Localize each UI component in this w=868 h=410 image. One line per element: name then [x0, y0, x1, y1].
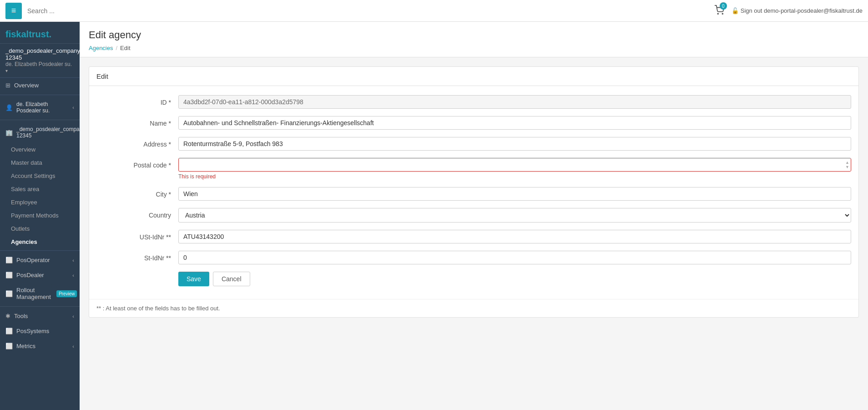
postal-code-spinner-wrap: ▲ ▼ [178, 158, 851, 172]
id-row: ID * [96, 95, 851, 109]
st-idnr-row: St-IdNr ** [96, 251, 851, 264]
postal-code-label: Postal code * [96, 158, 178, 169]
city-row: City * [96, 187, 851, 201]
form-note: ** : At least one of the fields has to b… [89, 299, 858, 317]
account-icon: 👤 [5, 104, 13, 111]
menu-toggle-button[interactable]: ≡ [5, 3, 22, 19]
signout-icon: 🔓 [732, 7, 739, 14]
sidebar-divider-1 [0, 95, 80, 95]
ust-idnr-input[interactable] [178, 230, 851, 243]
sidebar-user[interactable]: _demo_posdealer_company 12345 de. Elizab… [0, 44, 80, 78]
tools-icon: ✱ [5, 313, 10, 319]
pos-dealer-arrow: ‹ [72, 273, 74, 278]
sidebar-account-header[interactable]: 👤 de. Elizabeth Posdealer su. ‹ [0, 97, 80, 118]
svg-point-1 [722, 13, 723, 14]
sidebar-item-account-settings[interactable]: Account Settings [0, 169, 80, 182]
sidebar-item-tools[interactable]: ✱ Tools ‹ [0, 309, 80, 324]
cancel-button[interactable]: Cancel [213, 272, 250, 286]
brand-logo: fiskaltrust. [0, 22, 80, 44]
sidebar-pos-dealer-label: PosDealer [16, 272, 44, 278]
tools-arrow: ‹ [72, 314, 74, 319]
breadcrumb-agencies-link[interactable]: Agencies [89, 45, 113, 51]
form-card: Edit ID * Name * A [89, 66, 859, 318]
account-arrow: ‹ [72, 105, 74, 110]
page-header: Edit agency Agencies / Edit [80, 22, 868, 57]
main-content: Edit agency Agencies / Edit Edit ID * [80, 22, 868, 410]
sidebar-item-master-data[interactable]: Master data [0, 156, 80, 169]
name-input[interactable] [178, 116, 851, 130]
spinner-down[interactable]: ▼ [845, 165, 849, 169]
postal-code-input[interactable] [178, 158, 851, 172]
sidebar-divider-2 [0, 120, 80, 120]
ust-idnr-label: USt-IdNr ** [96, 230, 178, 241]
sidebar-account-label: de. Elizabeth Posdealer su. [16, 101, 69, 114]
form-section-title: Edit [89, 67, 858, 86]
pos-dealer-icon: ⬜ [5, 272, 13, 278]
save-button[interactable]: Save [178, 272, 209, 286]
form-actions: Save Cancel [96, 272, 851, 286]
metrics-arrow: ‹ [72, 344, 74, 349]
ust-idnr-field [178, 230, 851, 243]
postal-code-field: ▲ ▼ This is required [178, 158, 851, 180]
breadcrumb-separator: / [116, 45, 117, 51]
spinner-up[interactable]: ▲ [845, 161, 849, 165]
country-field: Austria Germany Switzerland [178, 208, 851, 223]
form-body: ID * Name * Address * [89, 86, 858, 299]
sidebar-divider-3 [0, 250, 80, 251]
sidebar-pos-systems-label: PosSystems [16, 328, 49, 334]
signout-text: Sign out demo-portal-posdealer@fiskaltru… [741, 7, 863, 14]
breadcrumb: Agencies / Edit [89, 45, 859, 57]
sidebar-tools-label: Tools [14, 313, 28, 319]
sidebar-item-agencies[interactable]: Agencies [0, 235, 80, 248]
navbar-right: 0 🔓 Sign out demo-portal-posdealer@fiska… [714, 5, 863, 16]
city-input[interactable] [178, 187, 851, 201]
overview-icon: ⊞ [5, 82, 10, 89]
country-select[interactable]: Austria Germany Switzerland [178, 208, 851, 223]
cart-button[interactable]: 0 [714, 5, 724, 16]
search-input[interactable] [27, 7, 209, 15]
navbar: ≡ 0 🔓 Sign out demo-portal-posdealer@fis… [0, 0, 868, 22]
city-label: City * [96, 187, 178, 198]
name-label: Name * [96, 116, 178, 127]
id-input [178, 95, 851, 109]
sidebar-item-metrics[interactable]: ⬜ Metrics ‹ [0, 339, 80, 354]
sidebar-company-header[interactable]: 🏢 _demo_posdealer_company 12345 ‹ [0, 122, 80, 143]
user-dropdown-arrow: ▾ [5, 68, 8, 73]
address-row: Address * [96, 137, 851, 151]
sidebar-item-employee[interactable]: Employee [0, 196, 80, 209]
sidebar-item-pos-systems[interactable]: ⬜ PosSystems [0, 324, 80, 339]
sidebar-item-overview[interactable]: ⊞ Overview [0, 78, 80, 93]
pos-operator-icon: ⬜ [5, 257, 13, 263]
preview-badge: Preview [56, 290, 77, 297]
company-icon: 🏢 [5, 129, 13, 136]
id-label: ID * [96, 95, 178, 106]
metrics-icon: ⬜ [5, 343, 13, 349]
sidebar-item-sales-area[interactable]: Sales area [0, 182, 80, 196]
sidebar-item-overview-sub[interactable]: Overview [0, 143, 80, 156]
hamburger-icon: ≡ [11, 6, 16, 15]
svg-point-0 [717, 13, 718, 14]
sidebar-item-pos-dealer[interactable]: ⬜ PosDealer ‹ [0, 268, 80, 283]
spinner-arrows: ▲ ▼ [845, 161, 849, 169]
sidebar-overview-label: Overview [14, 82, 39, 89]
address-field [178, 137, 851, 151]
country-label: Country [96, 208, 178, 219]
sidebar-item-payment-methods[interactable]: Payment Methods [0, 209, 80, 222]
pos-systems-icon: ⬜ [5, 328, 13, 334]
sidebar-metrics-label: Metrics [16, 343, 35, 349]
sidebar-item-rollout-management[interactable]: ⬜ Rollout Management Preview ‹ [0, 283, 80, 304]
ust-idnr-row: USt-IdNr ** [96, 230, 851, 243]
breadcrumb-current: Edit [120, 45, 130, 51]
sidebar-company-label: _demo_posdealer_company 12345 [16, 126, 80, 139]
name-field [178, 116, 851, 130]
signout-button[interactable]: 🔓 Sign out demo-portal-posdealer@fiskalt… [732, 7, 863, 14]
page-title: Edit agency [89, 29, 859, 41]
address-input[interactable] [178, 137, 851, 151]
sidebar-item-outlets[interactable]: Outlets [0, 222, 80, 235]
sidebar-item-pos-operator[interactable]: ⬜ PosOperator ‹ [0, 253, 80, 268]
sidebar-company: _demo_posdealer_company 12345 [5, 47, 74, 61]
sidebar-pos-operator-label: PosOperator [16, 257, 50, 263]
st-idnr-input[interactable] [178, 251, 851, 264]
country-row: Country Austria Germany Switzerland [96, 208, 851, 223]
rollout-icon: ⬜ [5, 290, 13, 297]
